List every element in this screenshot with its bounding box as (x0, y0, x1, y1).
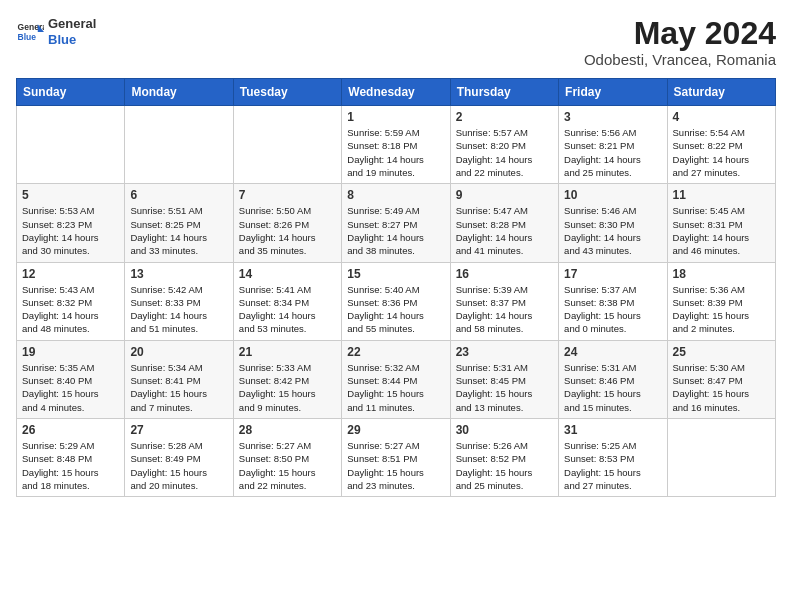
calendar-day-cell: 27Sunrise: 5:28 AM Sunset: 8:49 PM Dayli… (125, 418, 233, 496)
calendar-day-cell: 14Sunrise: 5:41 AM Sunset: 8:34 PM Dayli… (233, 262, 341, 340)
calendar-day-cell: 10Sunrise: 5:46 AM Sunset: 8:30 PM Dayli… (559, 184, 667, 262)
day-info: Sunrise: 5:45 AM Sunset: 8:31 PM Dayligh… (673, 204, 770, 257)
day-number: 1 (347, 110, 444, 124)
calendar-day-cell: 16Sunrise: 5:39 AM Sunset: 8:37 PM Dayli… (450, 262, 558, 340)
day-number: 4 (673, 110, 770, 124)
day-number: 7 (239, 188, 336, 202)
day-number: 27 (130, 423, 227, 437)
weekday-header: Saturday (667, 79, 775, 106)
day-info: Sunrise: 5:27 AM Sunset: 8:51 PM Dayligh… (347, 439, 444, 492)
calendar-day-cell: 22Sunrise: 5:32 AM Sunset: 8:44 PM Dayli… (342, 340, 450, 418)
calendar-day-cell: 21Sunrise: 5:33 AM Sunset: 8:42 PM Dayli… (233, 340, 341, 418)
title-block: May 2024 Odobesti, Vrancea, Romania (584, 16, 776, 68)
day-info: Sunrise: 5:54 AM Sunset: 8:22 PM Dayligh… (673, 126, 770, 179)
day-number: 13 (130, 267, 227, 281)
svg-text:Blue: Blue (18, 31, 37, 41)
day-info: Sunrise: 5:59 AM Sunset: 8:18 PM Dayligh… (347, 126, 444, 179)
calendar-week-row: 1Sunrise: 5:59 AM Sunset: 8:18 PM Daylig… (17, 106, 776, 184)
day-number: 18 (673, 267, 770, 281)
day-info: Sunrise: 5:53 AM Sunset: 8:23 PM Dayligh… (22, 204, 119, 257)
calendar-day-cell: 3Sunrise: 5:56 AM Sunset: 8:21 PM Daylig… (559, 106, 667, 184)
day-number: 21 (239, 345, 336, 359)
day-number: 17 (564, 267, 661, 281)
calendar-day-cell: 2Sunrise: 5:57 AM Sunset: 8:20 PM Daylig… (450, 106, 558, 184)
day-info: Sunrise: 5:34 AM Sunset: 8:41 PM Dayligh… (130, 361, 227, 414)
day-number: 20 (130, 345, 227, 359)
weekday-header: Tuesday (233, 79, 341, 106)
day-info: Sunrise: 5:41 AM Sunset: 8:34 PM Dayligh… (239, 283, 336, 336)
calendar-day-cell: 17Sunrise: 5:37 AM Sunset: 8:38 PM Dayli… (559, 262, 667, 340)
calendar-day-cell: 1Sunrise: 5:59 AM Sunset: 8:18 PM Daylig… (342, 106, 450, 184)
calendar-day-cell: 31Sunrise: 5:25 AM Sunset: 8:53 PM Dayli… (559, 418, 667, 496)
calendar-day-cell: 18Sunrise: 5:36 AM Sunset: 8:39 PM Dayli… (667, 262, 775, 340)
day-number: 14 (239, 267, 336, 281)
calendar-week-row: 5Sunrise: 5:53 AM Sunset: 8:23 PM Daylig… (17, 184, 776, 262)
day-info: Sunrise: 5:33 AM Sunset: 8:42 PM Dayligh… (239, 361, 336, 414)
calendar-day-cell: 9Sunrise: 5:47 AM Sunset: 8:28 PM Daylig… (450, 184, 558, 262)
weekday-header: Monday (125, 79, 233, 106)
day-number: 8 (347, 188, 444, 202)
day-info: Sunrise: 5:50 AM Sunset: 8:26 PM Dayligh… (239, 204, 336, 257)
day-info: Sunrise: 5:47 AM Sunset: 8:28 PM Dayligh… (456, 204, 553, 257)
logo-icon: General Blue (16, 18, 44, 46)
day-info: Sunrise: 5:40 AM Sunset: 8:36 PM Dayligh… (347, 283, 444, 336)
calendar-day-cell: 6Sunrise: 5:51 AM Sunset: 8:25 PM Daylig… (125, 184, 233, 262)
day-number: 15 (347, 267, 444, 281)
calendar-day-cell (667, 418, 775, 496)
weekday-header: Sunday (17, 79, 125, 106)
day-number: 28 (239, 423, 336, 437)
logo: General Blue General Blue (16, 16, 96, 47)
calendar-day-cell: 30Sunrise: 5:26 AM Sunset: 8:52 PM Dayli… (450, 418, 558, 496)
calendar-day-cell: 26Sunrise: 5:29 AM Sunset: 8:48 PM Dayli… (17, 418, 125, 496)
calendar-day-cell: 4Sunrise: 5:54 AM Sunset: 8:22 PM Daylig… (667, 106, 775, 184)
day-number: 29 (347, 423, 444, 437)
day-info: Sunrise: 5:51 AM Sunset: 8:25 PM Dayligh… (130, 204, 227, 257)
weekday-header-row: SundayMondayTuesdayWednesdayThursdayFrid… (17, 79, 776, 106)
day-info: Sunrise: 5:43 AM Sunset: 8:32 PM Dayligh… (22, 283, 119, 336)
day-info: Sunrise: 5:36 AM Sunset: 8:39 PM Dayligh… (673, 283, 770, 336)
day-info: Sunrise: 5:27 AM Sunset: 8:50 PM Dayligh… (239, 439, 336, 492)
location: Odobesti, Vrancea, Romania (584, 51, 776, 68)
day-info: Sunrise: 5:29 AM Sunset: 8:48 PM Dayligh… (22, 439, 119, 492)
weekday-header: Friday (559, 79, 667, 106)
day-number: 3 (564, 110, 661, 124)
day-number: 25 (673, 345, 770, 359)
day-info: Sunrise: 5:31 AM Sunset: 8:46 PM Dayligh… (564, 361, 661, 414)
calendar-day-cell (233, 106, 341, 184)
day-number: 26 (22, 423, 119, 437)
day-info: Sunrise: 5:37 AM Sunset: 8:38 PM Dayligh… (564, 283, 661, 336)
day-number: 24 (564, 345, 661, 359)
calendar-day-cell: 20Sunrise: 5:34 AM Sunset: 8:41 PM Dayli… (125, 340, 233, 418)
day-number: 30 (456, 423, 553, 437)
calendar-day-cell: 29Sunrise: 5:27 AM Sunset: 8:51 PM Dayli… (342, 418, 450, 496)
calendar-day-cell: 5Sunrise: 5:53 AM Sunset: 8:23 PM Daylig… (17, 184, 125, 262)
calendar-week-row: 12Sunrise: 5:43 AM Sunset: 8:32 PM Dayli… (17, 262, 776, 340)
day-number: 19 (22, 345, 119, 359)
calendar-day-cell: 12Sunrise: 5:43 AM Sunset: 8:32 PM Dayli… (17, 262, 125, 340)
month-year: May 2024 (584, 16, 776, 51)
page-header: General Blue General Blue May 2024 Odobe… (16, 16, 776, 68)
day-info: Sunrise: 5:57 AM Sunset: 8:20 PM Dayligh… (456, 126, 553, 179)
day-number: 6 (130, 188, 227, 202)
logo-text: General Blue (48, 16, 96, 47)
day-info: Sunrise: 5:26 AM Sunset: 8:52 PM Dayligh… (456, 439, 553, 492)
day-info: Sunrise: 5:28 AM Sunset: 8:49 PM Dayligh… (130, 439, 227, 492)
calendar-week-row: 26Sunrise: 5:29 AM Sunset: 8:48 PM Dayli… (17, 418, 776, 496)
calendar-table: SundayMondayTuesdayWednesdayThursdayFrid… (16, 78, 776, 497)
day-number: 5 (22, 188, 119, 202)
calendar-day-cell: 8Sunrise: 5:49 AM Sunset: 8:27 PM Daylig… (342, 184, 450, 262)
day-info: Sunrise: 5:32 AM Sunset: 8:44 PM Dayligh… (347, 361, 444, 414)
calendar-day-cell: 25Sunrise: 5:30 AM Sunset: 8:47 PM Dayli… (667, 340, 775, 418)
day-number: 23 (456, 345, 553, 359)
calendar-day-cell: 13Sunrise: 5:42 AM Sunset: 8:33 PM Dayli… (125, 262, 233, 340)
day-info: Sunrise: 5:30 AM Sunset: 8:47 PM Dayligh… (673, 361, 770, 414)
calendar-day-cell (17, 106, 125, 184)
day-info: Sunrise: 5:31 AM Sunset: 8:45 PM Dayligh… (456, 361, 553, 414)
day-info: Sunrise: 5:25 AM Sunset: 8:53 PM Dayligh… (564, 439, 661, 492)
day-number: 9 (456, 188, 553, 202)
calendar-day-cell: 28Sunrise: 5:27 AM Sunset: 8:50 PM Dayli… (233, 418, 341, 496)
day-number: 12 (22, 267, 119, 281)
day-number: 31 (564, 423, 661, 437)
calendar-week-row: 19Sunrise: 5:35 AM Sunset: 8:40 PM Dayli… (17, 340, 776, 418)
day-number: 2 (456, 110, 553, 124)
